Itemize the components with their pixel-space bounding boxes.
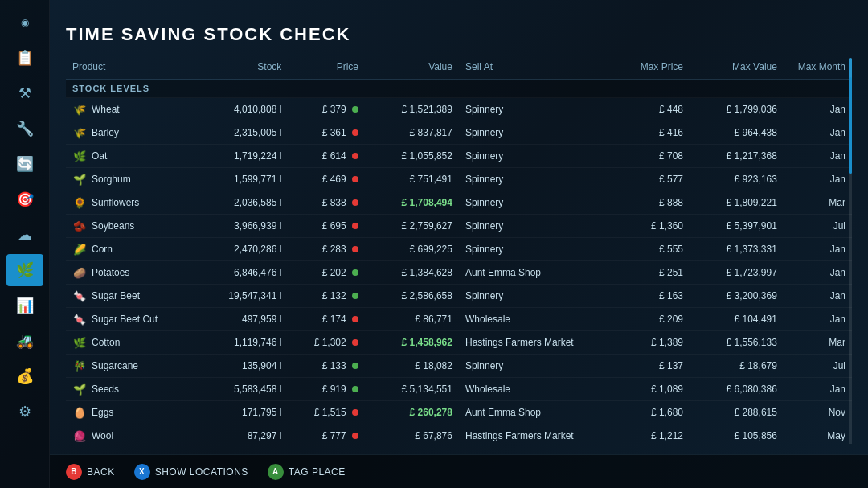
cell-max-price: £ 448 — [612, 98, 690, 121]
product-name: Corn — [92, 244, 113, 255]
cell-max-value: £ 1,809,221 — [690, 191, 784, 215]
sidebar-item-5[interactable]: 🎯 — [6, 183, 43, 215]
product-name: Barley — [92, 127, 119, 138]
cell-max-value: £ 923,163 — [690, 168, 784, 191]
header-maxmonth: Max Month — [784, 58, 852, 80]
price-indicator — [352, 363, 358, 369]
sidebar-item-10[interactable]: 💰 — [6, 360, 43, 392]
cell-max-value: £ 5,397,901 — [690, 215, 784, 238]
cell-product: 🌻Sunflowers — [66, 191, 194, 215]
cell-max-price: £ 1,089 — [612, 378, 690, 401]
sidebar-item-2[interactable]: ⚒ — [6, 77, 43, 109]
product-name: Soybeans — [92, 220, 134, 232]
cell-stock: 1,599,771 l — [194, 168, 288, 191]
button-label: BACK — [87, 466, 115, 478]
button-key-b: B — [66, 464, 82, 480]
cell-value: £ 67,876 — [365, 424, 459, 445]
cell-sell-at: Spinnery — [459, 285, 612, 308]
cell-product: 🍬Sugar Beet — [66, 285, 194, 308]
price-indicator — [352, 223, 358, 229]
cell-price: £ 695 — [288, 215, 365, 238]
sidebar-item-1[interactable]: 📋 — [6, 42, 43, 74]
cell-max-price: £ 555 — [612, 238, 690, 261]
cell-product: 🫘Soybeans — [66, 215, 194, 238]
table-row: 🥚Eggs171,795 l£ 1,515 £ 260,278Aunt Emma… — [66, 401, 852, 424]
cell-product: 🌽Corn — [66, 238, 194, 261]
bottom-button-show-locations[interactable]: XSHOW LOCATIONS — [134, 464, 248, 480]
cell-product: 🌿Cotton — [66, 331, 194, 355]
cell-sell-at: Wholesale — [459, 308, 612, 331]
cell-price: £ 379 — [288, 98, 365, 121]
button-label: TAG PLACE — [289, 466, 346, 478]
main-content: TIME SAVING STOCK CHECK Product Stock Pr… — [50, 0, 868, 488]
cell-price: £ 1,515 — [288, 401, 365, 424]
sidebar-item-7[interactable]: 🌿 — [6, 254, 43, 286]
table-row: 🌿Oat1,719,224 l£ 614 £ 1,055,852Spinnery… — [66, 145, 852, 168]
cell-max-month: Jan — [784, 261, 852, 285]
cell-sell-at: Hastings Farmers Market — [459, 331, 612, 355]
product-icon: 🧶 — [72, 429, 87, 443]
sidebar-item-0[interactable]: ◉ — [6, 6, 43, 39]
cell-price: £ 283 — [288, 238, 365, 261]
sidebar-item-11[interactable]: ⚙ — [6, 396, 43, 428]
cell-value: £ 86,771 — [365, 308, 459, 331]
cell-max-month: Jul — [784, 215, 852, 238]
stock-table-container[interactable]: Product Stock Price Value Sell At Max Pr… — [66, 58, 852, 444]
stock-table: Product Stock Price Value Sell At Max Pr… — [66, 58, 852, 444]
cell-product: 🎋Sugarcane — [66, 355, 194, 378]
product-name: Cotton — [92, 337, 120, 348]
cell-product: 🌱Sorghum — [66, 168, 194, 191]
cell-max-price: £ 1,680 — [612, 401, 690, 424]
bottom-button-tag-place[interactable]: ATAG PLACE — [268, 464, 346, 480]
table-row: 🥔Potatoes6,846,476 l£ 202 £ 1,384,628Aun… — [66, 261, 852, 285]
button-label: SHOW LOCATIONS — [155, 466, 248, 478]
header-maxprice: Max Price — [612, 58, 690, 80]
cell-max-month: Jan — [784, 238, 852, 261]
price-indicator — [352, 293, 358, 299]
cell-stock: 6,846,476 l — [194, 261, 288, 285]
sidebar-item-6[interactable]: ☁ — [6, 219, 43, 251]
cell-max-price: £ 1,212 — [612, 424, 690, 445]
bottom-button-back[interactable]: BBACK — [66, 464, 115, 480]
cell-max-price: £ 1,360 — [612, 215, 690, 238]
cell-value: £ 751,491 — [365, 168, 459, 191]
cell-price: £ 202 — [288, 261, 365, 285]
sidebar-item-4[interactable]: 🔄 — [6, 148, 43, 180]
cell-max-month: Mar — [784, 331, 852, 355]
cell-value: £ 1,458,962 — [365, 331, 459, 355]
product-icon: 🫘 — [72, 219, 87, 233]
cell-price: £ 614 — [288, 145, 365, 168]
cell-value: £ 1,708,494 — [365, 191, 459, 215]
cell-max-price: £ 1,389 — [612, 331, 690, 355]
product-name: Sugar Beet Cut — [92, 314, 158, 325]
cell-stock: 1,119,746 l — [194, 331, 288, 355]
cell-stock: 5,583,458 l — [194, 378, 288, 401]
sidebar-item-8[interactable]: 📊 — [6, 289, 43, 322]
table-row: 🎋Sugarcane135,904 l£ 133 £ 18,082Spinner… — [66, 355, 852, 378]
product-name: Sunflowers — [92, 197, 139, 208]
cell-price: £ 469 — [288, 168, 365, 191]
cell-sell-at: Spinnery — [459, 121, 612, 145]
cell-max-month: Jan — [784, 98, 852, 121]
cell-max-price: £ 163 — [612, 285, 690, 308]
cell-sell-at: Aunt Emma Shop — [459, 261, 612, 285]
table-row: 🌱Sorghum1,599,771 l£ 469 £ 751,491Spinne… — [66, 168, 852, 191]
header-sellat: Sell At — [459, 58, 612, 80]
cell-max-month: May — [784, 424, 852, 445]
header-price: Price — [288, 58, 365, 80]
cell-price: £ 174 — [288, 308, 365, 331]
cell-value: £ 1,521,389 — [365, 98, 459, 121]
cell-max-value: £ 1,373,331 — [690, 238, 784, 261]
cell-max-month: Jul — [784, 355, 852, 378]
sidebar: ◉ 📋 ⚒ 🔧 🔄 🎯 ☁ 🌿 📊 🚜 💰 ⚙ — [0, 0, 50, 488]
cell-max-value: £ 1,556,133 — [690, 331, 784, 355]
table-row: 🍬Sugar Beet Cut497,959 l£ 174 £ 86,771Wh… — [66, 308, 852, 331]
cell-sell-at: Spinnery — [459, 238, 612, 261]
cell-max-price: £ 137 — [612, 355, 690, 378]
sidebar-item-3[interactable]: 🔧 — [6, 113, 43, 145]
product-icon: 🌾 — [72, 125, 87, 140]
sidebar-item-9[interactable]: 🚜 — [6, 325, 43, 357]
cell-max-price: £ 708 — [612, 145, 690, 168]
cell-max-value: £ 6,080,386 — [690, 378, 784, 401]
cell-price: £ 361 — [288, 121, 365, 145]
